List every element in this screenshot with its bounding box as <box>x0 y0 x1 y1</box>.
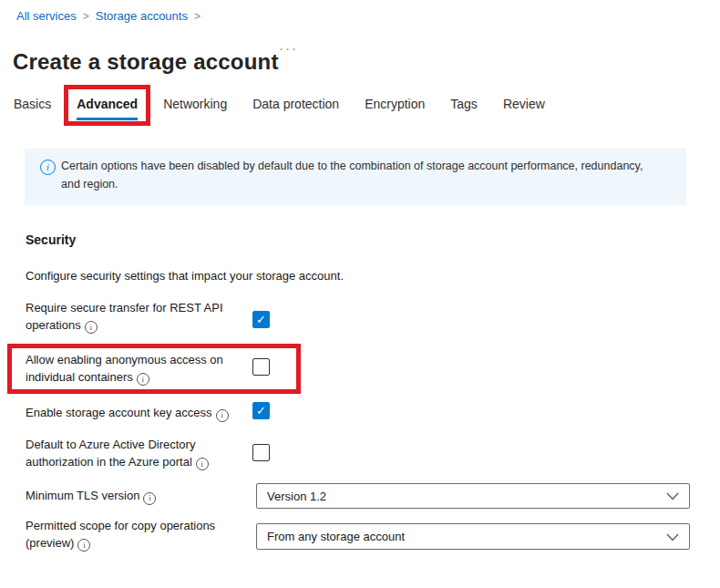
info-icon <box>40 160 56 175</box>
info-banner: Certain options have been disabled by de… <box>25 149 686 205</box>
breadcrumb-storage-accounts[interactable]: Storage accounts <box>96 9 188 23</box>
info-icon[interactable] <box>143 492 156 505</box>
tab-advanced-label: Advanced <box>77 97 138 111</box>
info-icon[interactable] <box>85 321 98 334</box>
field-label-key-access: Enable storage account key access <box>26 405 253 422</box>
anonymous-access-checkbox[interactable] <box>252 358 270 376</box>
aad-authorization-checkbox[interactable] <box>252 444 270 461</box>
secure-transfer-checkbox[interactable] <box>252 311 270 328</box>
tls-version-select[interactable]: Version 1.2 <box>256 483 690 509</box>
field-label-copy-scope: Permitted scope for copy operations (pre… <box>26 518 253 552</box>
field-label-text: Minimum TLS version <box>26 489 139 502</box>
field-label-text: Enable storage account key access <box>26 406 212 419</box>
key-access-checkbox[interactable] <box>252 402 270 419</box>
create-storage-account-page: All services > Storage accounts > Create… <box>0 0 720 588</box>
breadcrumb-all-services[interactable]: All services <box>16 9 77 23</box>
more-menu-icon[interactable]: ··· <box>279 40 298 56</box>
breadcrumb-separator-icon: > <box>83 10 89 23</box>
field-label-aad-authorization: Default to Azure Active Directory author… <box>26 437 253 471</box>
info-banner-text: Certain options have been disabled by de… <box>61 157 659 193</box>
tab-tags[interactable]: Tags <box>450 97 478 120</box>
field-label-secure-transfer: Require secure transfer for REST API ope… <box>26 300 253 335</box>
field-label-text: Default to Azure Active Directory author… <box>26 438 195 469</box>
tab-review[interactable]: Review <box>503 97 545 120</box>
info-icon[interactable] <box>196 458 209 470</box>
tab-basics[interactable]: Basics <box>14 97 51 120</box>
breadcrumb-separator-icon: > <box>194 10 201 23</box>
chevron-down-icon <box>666 533 679 542</box>
info-icon[interactable] <box>137 373 149 386</box>
info-icon[interactable] <box>77 539 90 552</box>
field-label-anonymous-access: Allow enabling anonymous access on indiv… <box>26 352 253 387</box>
breadcrumb: All services > Storage accounts > <box>16 9 201 23</box>
field-label-text: Permitted scope for copy operations (pre… <box>26 519 215 550</box>
tab-bar: Basics Advanced Networking Data protecti… <box>14 97 545 120</box>
tab-networking[interactable]: Networking <box>163 97 227 120</box>
chevron-down-icon <box>666 492 679 500</box>
field-label-text: Require secure transfer for REST API ope… <box>26 301 223 332</box>
copy-scope-value: From any storage account <box>267 530 405 543</box>
info-icon[interactable] <box>216 409 229 422</box>
copy-scope-select[interactable]: From any storage account <box>256 523 690 550</box>
tab-advanced[interactable]: Advanced <box>77 97 138 120</box>
security-section-description: Configure security settings that impact … <box>26 269 344 283</box>
page-title: Create a storage account <box>13 49 279 75</box>
tab-encryption[interactable]: Encryption <box>365 97 425 120</box>
tls-version-value: Version 1.2 <box>267 490 326 503</box>
security-section-heading: Security <box>26 232 76 247</box>
field-label-text: Allow enabling anonymous access on indiv… <box>26 353 223 384</box>
field-label-tls-version: Minimum TLS version <box>26 488 253 505</box>
tab-data-protection[interactable]: Data protection <box>252 97 339 120</box>
